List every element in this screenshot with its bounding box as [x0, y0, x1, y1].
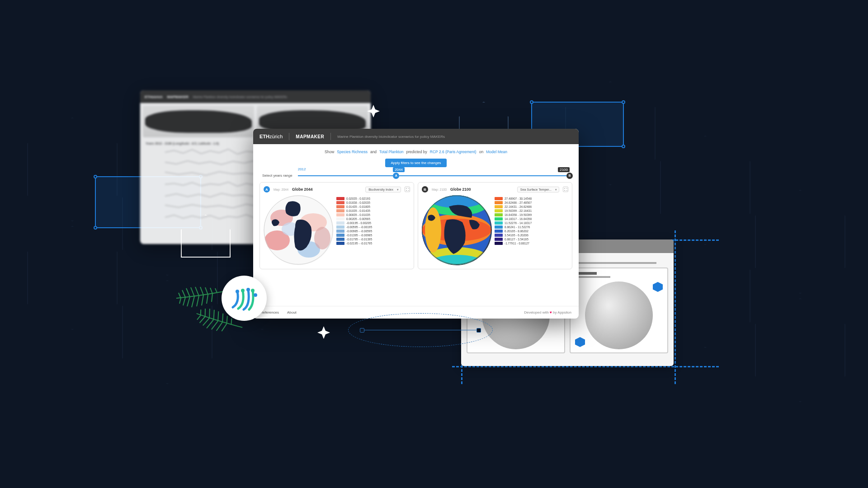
app-name: MAPMAKER [296, 134, 324, 139]
star-icon [316, 325, 331, 342]
panel-breadcrumb: Map: 2100 [432, 188, 447, 191]
year-range-slider[interactable]: Select years range 2012 2044 2100 A B [253, 172, 579, 182]
metric-link[interactable]: Species Richness [337, 150, 368, 154]
brand-label: ETHzürich [145, 95, 163, 99]
svg-point-19 [236, 290, 239, 293]
svg-point-22 [251, 289, 255, 292]
filter-bar: Show Species Richness and Total Plankton… [253, 144, 579, 157]
map-panel-b: B Map: 2100 Globe 2100 Sea Surface Tempe… [418, 182, 572, 269]
slider-handle-b[interactable]: B [566, 173, 573, 179]
expand-icon[interactable]: ⛶ [563, 187, 568, 192]
brand-logo: ETHzürich [259, 134, 283, 139]
dashed-guide [675, 230, 676, 384]
credit-text: Developed with ♥ by Appsilon [524, 310, 571, 314]
star-icon [366, 104, 381, 120]
svg-point-17 [425, 207, 441, 253]
panel-title: Globe 2044 [292, 187, 312, 192]
references-link[interactable]: References [260, 310, 279, 314]
svg-point-7 [314, 227, 330, 249]
scenario-link[interactable]: RCP 2.6 (Paris Agreement) [430, 150, 476, 154]
layer-dropdown[interactable]: Biodiversity Index [365, 187, 401, 192]
apply-filters-button[interactable]: Apply filters to see the changes [385, 159, 446, 167]
slider-handle-a[interactable]: A [393, 173, 399, 179]
heart-icon: ♥ [550, 310, 552, 314]
globe-map-b[interactable] [422, 195, 492, 265]
metric-link[interactable]: Total Plankton [379, 150, 403, 154]
app-subtitle: Marine Plankton diversity bioindicator s… [193, 95, 287, 99]
app-name-label: MAPMAKER [167, 95, 189, 99]
globe-map-a[interactable] [264, 195, 334, 265]
panel-title: Globe 2100 [450, 187, 471, 192]
svg-point-21 [246, 288, 250, 291]
main-app-window: ETHzürich MAPMAKER Marine Plankton diver… [253, 129, 579, 319]
about-link[interactable]: About [287, 310, 297, 314]
panel-badge: B [422, 186, 428, 192]
slider-label: Select years range [262, 174, 292, 178]
model-link[interactable]: Model Mean [486, 150, 507, 154]
legend-a: 0.02035 - 0.021930.01838 - 0.020350.0143… [336, 195, 410, 265]
expand-icon[interactable]: ⛶ [405, 187, 410, 192]
dashed-guide [452, 366, 719, 367]
map-panel-a: A Map: 2044 Globe 2044 Biodiversity Inde… [259, 182, 414, 269]
horizontal-guide [362, 330, 479, 330]
app-header: ETHzürich MAPMAKER Marine Plankton diver… [253, 129, 579, 144]
panel-badge: A [264, 186, 270, 192]
layer-dropdown[interactable]: Sea Surface Temper... [517, 187, 559, 192]
legend-b: 27.48907 - 30.1454824.82486 - 27.4850722… [495, 195, 568, 265]
svg-point-20 [241, 289, 245, 292]
panel-breadcrumb: Map: 2044 [274, 188, 288, 191]
svg-point-23 [254, 293, 257, 297]
tech-logo-icon [222, 276, 267, 321]
app-subtitle: Marine Plankton diversity bioindicator s… [337, 135, 445, 139]
